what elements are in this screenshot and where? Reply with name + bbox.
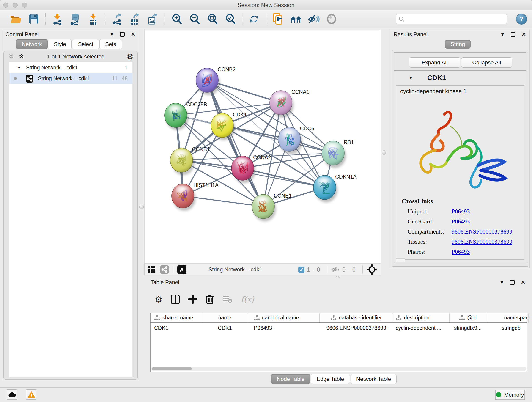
tab-network[interactable]: Network <box>16 39 48 49</box>
import-network-file-button[interactable] <box>49 12 66 26</box>
table-cell[interactable]: P06493 <box>248 323 320 333</box>
tab-string[interactable]: String <box>445 40 471 49</box>
refresh-view-button[interactable] <box>245 12 263 26</box>
network-row[interactable]: String Network – cdk1 11 48 <box>9 73 132 84</box>
table-options-gear-icon[interactable]: ⚙ <box>155 294 162 304</box>
panel-float-icon[interactable] <box>120 32 125 37</box>
selected-checkbox-icon[interactable] <box>298 267 304 273</box>
table-hscrollbar-thumb[interactable] <box>152 367 192 370</box>
crosslink-link[interactable]: 9606.ENSP00000378699 <box>452 238 512 245</box>
string-view-icon[interactable] <box>160 265 169 274</box>
tab-select[interactable]: Select <box>72 39 99 49</box>
network-node-cdkn1a[interactable] <box>313 175 337 202</box>
column-header-label: canonical name <box>262 315 299 321</box>
table-cell[interactable]: CDK1 <box>202 323 248 333</box>
table-cell[interactable]: stringdb <box>486 323 529 333</box>
network-node-rb1[interactable] <box>322 141 346 168</box>
collapse-all-icon[interactable] <box>8 53 15 60</box>
add-column-icon[interactable] <box>188 295 197 304</box>
clone-network-button[interactable] <box>269 12 287 26</box>
node-result-header[interactable]: ▼ CDK1 <box>394 71 526 84</box>
table-hscrollbar[interactable] <box>151 367 526 371</box>
hidden-eye-icon[interactable] <box>331 266 340 273</box>
network-edge[interactable] <box>222 125 333 153</box>
export-network-button[interactable] <box>108 12 126 26</box>
network-node-ccnb2[interactable] <box>196 68 220 95</box>
panel-close-icon[interactable]: ✕ <box>520 279 526 286</box>
network-node-cdc25b[interactable] <box>165 103 189 130</box>
home-button[interactable] <box>287 12 305 26</box>
panel-float-icon[interactable] <box>510 280 515 285</box>
zoom-out-button[interactable] <box>186 12 203 26</box>
panel-close-icon[interactable]: ✕ <box>521 31 526 38</box>
panel-float-icon[interactable] <box>511 32 515 37</box>
save-session-button[interactable] <box>25 12 43 26</box>
export-table-button[interactable] <box>126 12 144 26</box>
table-cell[interactable]: CDK1 <box>151 323 202 333</box>
delete-column-icon[interactable] <box>206 294 214 304</box>
network-collection-row[interactable]: ▼ String Network – cdk1 1 <box>9 62 132 73</box>
import-table-file-button[interactable] <box>84 12 102 26</box>
column-header--id[interactable]: @id <box>450 313 486 322</box>
zoom-in-button[interactable] <box>168 12 186 26</box>
table-cell[interactable]: stringdb:9... <box>450 323 486 333</box>
column-header-name[interactable]: name <box>202 313 248 322</box>
network-node-ccna2[interactable] <box>231 156 255 183</box>
expand-all-icon[interactable] <box>18 53 25 60</box>
cloud-status-button[interactable] <box>7 389 17 400</box>
table-row[interactable]: CDK1CDK1P064939606.ENSP00000378699cyclin… <box>151 323 527 333</box>
import-network-database-button[interactable] <box>66 12 84 26</box>
panel-close-icon[interactable]: ✕ <box>131 31 136 38</box>
network-node-ccna1[interactable] <box>270 90 294 118</box>
panel-menu-icon[interactable]: ▼ <box>500 32 505 37</box>
tab-network-table[interactable]: Network Table <box>351 374 397 384</box>
network-options-gear-icon[interactable]: ⚙ <box>127 52 133 61</box>
crosslink-link[interactable]: P06493 <box>452 249 470 255</box>
zoom-fit-button[interactable] <box>203 12 221 26</box>
open-session-button[interactable] <box>7 12 25 26</box>
column-header-description[interactable]: description <box>393 313 450 322</box>
search-input[interactable] <box>405 15 507 23</box>
column-header-canonical-name[interactable]: canonical name <box>248 313 320 322</box>
table-cell[interactable]: 9606.ENSP00000378699 <box>320 323 393 333</box>
column-header-shared-name[interactable]: shared name <box>151 313 202 322</box>
collection-expand-icon[interactable]: ▼ <box>17 65 21 70</box>
export-image-button[interactable] <box>144 12 162 26</box>
help-button[interactable]: ? <box>516 13 527 25</box>
tab-sets[interactable]: Sets <box>99 39 122 49</box>
network-node-ccne1[interactable] <box>252 194 276 221</box>
column-header-namespace[interactable]: namespace <box>486 313 529 322</box>
warning-status-button[interactable] <box>26 389 36 400</box>
right-splitter-handle[interactable] <box>382 150 386 155</box>
zoom-selected-button[interactable] <box>221 12 239 26</box>
left-splitter-handle[interactable] <box>139 205 144 209</box>
crosslink-link[interactable]: P06493 <box>452 218 470 225</box>
crosslink-link[interactable]: 9606.ENSP00000378699 <box>452 228 512 235</box>
birds-eye-toggle-icon[interactable] <box>367 264 377 274</box>
hide-selected-button[interactable] <box>305 12 323 26</box>
network-node-cdk1[interactable] <box>211 113 235 140</box>
network-node-cdc6[interactable] <box>278 127 302 154</box>
show-all-button[interactable] <box>323 12 341 26</box>
panel-menu-icon[interactable]: ▼ <box>109 32 114 37</box>
expand-all-button[interactable]: Expand All <box>409 57 460 68</box>
section-expand-icon[interactable]: ▼ <box>409 75 413 80</box>
grid-mode-icon[interactable] <box>148 266 155 273</box>
collapse-all-button[interactable]: Collapse All <box>461 57 512 68</box>
tab-edge-table[interactable]: Edge Table <box>311 374 350 384</box>
table-cell[interactable]: cyclin-dependent ... <box>393 323 450 333</box>
network-canvas[interactable]: CCNB2CCNA1CDC25BCDK1CDC6RB1CCNB1CCNA2CDK… <box>145 30 380 263</box>
network-node-hist1h1a[interactable] <box>172 184 196 211</box>
show-columns-icon[interactable] <box>171 294 180 304</box>
memory-button[interactable]: Memory <box>495 390 525 400</box>
function-builder-icon[interactable]: f(x) <box>241 295 254 304</box>
panel-menu-icon[interactable]: ▼ <box>500 280 504 285</box>
network-view[interactable]: CCNB2CCNA1CDC25BCDK1CDC6RB1CCNB1CCNA2CDK… <box>144 30 381 264</box>
tab-style[interactable]: Style <box>48 39 72 49</box>
delete-table-icon[interactable] <box>222 295 233 303</box>
crosslink-label: Tissues: <box>402 238 452 245</box>
open-in-window-icon[interactable] <box>177 265 186 274</box>
column-header-database-identifier[interactable]: database identifier <box>320 313 393 322</box>
tab-node-table[interactable]: Node Table <box>271 374 310 384</box>
crosslink-link[interactable]: P06493 <box>452 208 470 215</box>
